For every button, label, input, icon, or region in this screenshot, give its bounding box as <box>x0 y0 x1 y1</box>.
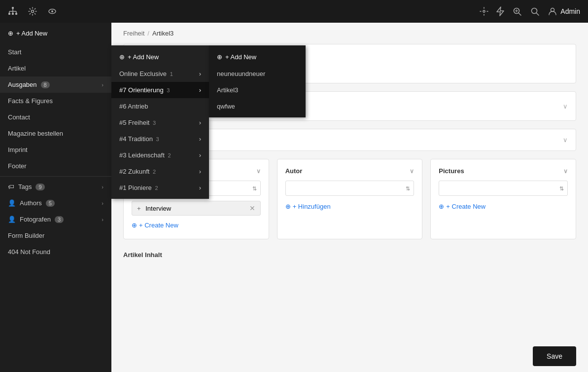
bottom-bar: Save <box>521 340 588 372</box>
tags-badge: 9 <box>35 184 44 190</box>
svg-line-18 <box>537 13 539 16</box>
save-button[interactable]: Save <box>533 346 576 366</box>
search-icon[interactable] <box>530 6 540 16</box>
sidebar: ⊕ + Add New Start Artikel Ausgaben 8 › F… <box>0 23 111 372</box>
pictures-create-new-button[interactable]: ⊕ + Create New <box>439 201 568 212</box>
dropdown-l2-item-leidenschaft[interactable]: #3 Leidenschaft 2 › <box>111 147 209 163</box>
dropdown-l3-item-artikel3[interactable]: Artikel3 <box>209 82 306 98</box>
pictures-col: Pictures ∨ ⇅ ⊕ + Create New <box>430 159 576 239</box>
sidebar-item-label: Authors <box>20 199 42 207</box>
autor-select[interactable] <box>285 181 415 196</box>
sidebar-divider <box>0 176 111 177</box>
eye-icon[interactable] <box>47 6 57 16</box>
chevron-down-icon: ∨ <box>410 168 414 175</box>
sidebar-item-form-builder[interactable]: Form Builder <box>0 227 111 244</box>
svg-point-12 <box>483 10 485 12</box>
svg-point-9 <box>32 10 34 13</box>
topbar-right: Admin <box>480 6 580 16</box>
sidebar-item-magazine[interactable]: Magazine bestellen <box>0 125 111 142</box>
breadcrumb: Freiheit / Artikel3 <box>111 23 588 44</box>
breadcrumb-freiheit[interactable]: Freiheit <box>123 30 144 37</box>
chevron-right-icon: › <box>102 184 104 190</box>
chevron-down-icon: ∨ <box>563 103 568 110</box>
dropdown-l3: ⊕ + Add New neuneuundneuer Artikel3 qwfw… <box>209 45 306 117</box>
sidebar-item-imprint[interactable]: Imprint <box>0 142 111 158</box>
dropdown-l2-item-freiheit[interactable]: #5 Freiheit 3 › <box>111 114 209 131</box>
sidebar-item-label: Footer <box>8 162 27 170</box>
admin-user[interactable]: Admin <box>548 6 580 16</box>
sidebar-item-ausgaben[interactable]: Ausgaben 8 › <box>0 76 111 93</box>
dropdown-l2-item-orientierung[interactable]: #7 Orientierung 3 › <box>111 82 209 98</box>
autor-add-button[interactable]: ⊕ + Hinzufügen <box>285 201 415 212</box>
chevron-right-icon: › <box>199 119 201 126</box>
add-label: + Hinzufügen <box>293 203 331 210</box>
sidebar-item-footer[interactable]: Footer <box>0 158 111 174</box>
sidebar-item-contact[interactable]: Contact <box>0 109 111 125</box>
chevron-right-icon: › <box>199 151 201 159</box>
chevron-right-icon: › <box>102 200 104 206</box>
chevron-right-icon: › <box>199 70 201 77</box>
dropdown-l2-item-pioniere[interactable]: #1 Pioniere 2 › <box>111 180 209 196</box>
dropdown-l2-item-online-exclusive[interactable]: Online Exclusive 1 › <box>111 66 209 82</box>
sidebar-item-label: Form Builder <box>8 232 44 239</box>
sidebar-item-label: Tags <box>18 183 32 190</box>
dropdown-l3-item-neuneu[interactable]: neuneuundneuer <box>209 66 306 82</box>
svg-line-14 <box>519 13 521 16</box>
tag-delete-button[interactable]: ✕ <box>249 204 255 212</box>
plus-icon: ⊕ <box>8 30 13 37</box>
settings2-icon[interactable] <box>480 7 488 16</box>
svg-rect-2 <box>12 13 14 15</box>
chevron-down-icon: ∨ <box>563 168 568 175</box>
pictures-select[interactable] <box>439 181 568 196</box>
dropdown-l2-item-tradition[interactable]: #4 Tradition 3 › <box>111 131 209 147</box>
sidebar-item-label: Contact <box>8 113 30 121</box>
tag-item-interview: + Interview ✕ <box>132 201 261 216</box>
app-body: ⊕ + Add New Start Artikel Ausgaben 8 › F… <box>0 23 588 372</box>
chevron-right-icon: › <box>199 86 201 94</box>
dropdown-l3-item-qwfwe[interactable]: qwfwe <box>209 98 306 114</box>
sidebar-add-new-button[interactable]: ⊕ + Add New <box>0 23 111 44</box>
chevron-right-icon: › <box>199 184 201 191</box>
sidebar-item-fotografen[interactable]: 👤 Fotografen 3 › <box>0 211 111 227</box>
dropdown-l2-item-zukunft[interactable]: #2 Zukunft 2 › <box>111 163 209 180</box>
sidebar-item-label: Imprint <box>8 146 28 153</box>
person-icon: 👤 <box>8 199 16 207</box>
tags-create-new-button[interactable]: ⊕ + Create New <box>132 220 261 231</box>
svg-rect-0 <box>12 7 14 9</box>
chevron-down-icon: ∨ <box>256 168 261 175</box>
search-alt-icon[interactable] <box>512 6 522 16</box>
create-new-label: + Create New <box>446 203 485 210</box>
dropdown-l2-add-new[interactable]: ⊕ + Add New <box>111 48 209 66</box>
bolt-icon[interactable] <box>496 6 504 16</box>
sidebar-item-start[interactable]: Start <box>0 44 111 60</box>
sitemap-icon[interactable] <box>8 6 18 16</box>
sidebar-item-label: Artikel <box>8 65 26 72</box>
settings-icon[interactable] <box>28 6 37 16</box>
dropdown-l3-add-new[interactable]: ⊕ + Add New <box>209 48 306 66</box>
sidebar-item-label: Start <box>8 48 21 56</box>
artikel-inhalt-label: Artikel Inhalt <box>123 247 576 262</box>
dropdown-l2-item-antrieb[interactable]: #6 Antrieb <box>111 98 209 114</box>
sidebar-item-artikel[interactable]: Artikel <box>0 60 111 76</box>
svg-rect-3 <box>15 13 17 15</box>
fotografen-badge: 3 <box>55 216 64 223</box>
sidebar-item-facts[interactable]: Facts & Figures <box>0 93 111 109</box>
authors-badge: 5 <box>46 200 55 207</box>
sidebar-item-label: Ausgaben <box>8 81 37 88</box>
admin-label: Admin <box>560 7 580 15</box>
chevron-right-icon: › <box>199 135 201 143</box>
create-new-label: + Create New <box>139 222 178 229</box>
svg-point-17 <box>532 8 537 14</box>
tag-icon: 🏷 <box>8 183 14 190</box>
sidebar-item-authors[interactable]: 👤 Authors 5 › <box>0 195 111 211</box>
chevron-right-icon: › <box>199 168 201 175</box>
person2-icon: 👤 <box>8 216 16 223</box>
svg-point-11 <box>51 10 53 12</box>
tag-label: Interview <box>145 205 171 212</box>
sidebar-item-tags[interactable]: 🏷 Tags 9 › <box>0 179 111 195</box>
breadcrumb-sep: / <box>147 30 149 37</box>
ausgaben-badge: 8 <box>41 81 50 88</box>
plus-circle-icon: ⊕ <box>439 203 444 210</box>
plus-circle-icon: ⊕ <box>285 203 291 210</box>
sidebar-item-404[interactable]: 404 Not Found <box>0 244 111 260</box>
